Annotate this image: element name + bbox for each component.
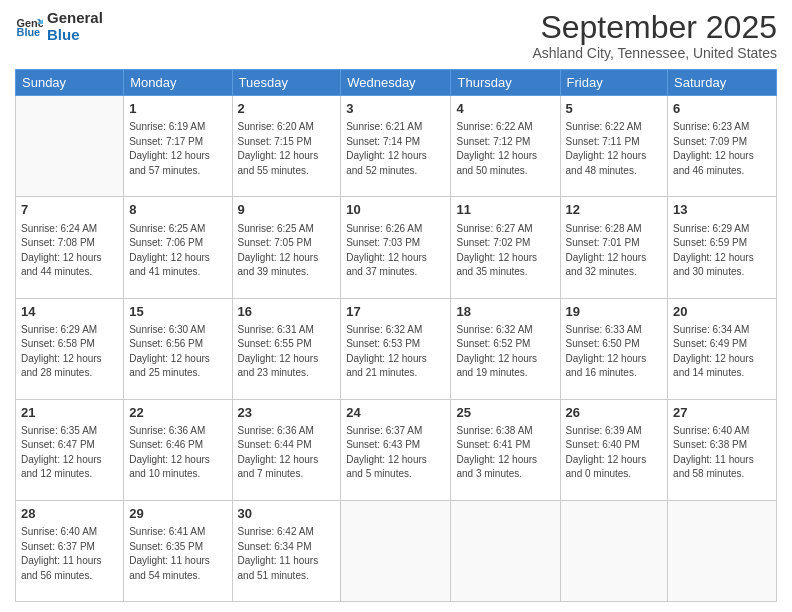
- page-container: General Blue General Blue September 2025…: [0, 0, 792, 612]
- day-info: Sunrise: 6:28 AM Sunset: 7:01 PM Dayligh…: [566, 222, 663, 280]
- day-number: 30: [238, 505, 336, 523]
- day-info: Sunrise: 6:34 AM Sunset: 6:49 PM Dayligh…: [673, 323, 771, 381]
- day-number: 8: [129, 201, 226, 219]
- calendar-cell: 15Sunrise: 6:30 AM Sunset: 6:56 PM Dayli…: [124, 298, 232, 399]
- calendar-cell: 7Sunrise: 6:24 AM Sunset: 7:08 PM Daylig…: [16, 197, 124, 298]
- day-info: Sunrise: 6:21 AM Sunset: 7:14 PM Dayligh…: [346, 120, 445, 178]
- day-info: Sunrise: 6:20 AM Sunset: 7:15 PM Dayligh…: [238, 120, 336, 178]
- calendar-table: SundayMondayTuesdayWednesdayThursdayFrid…: [15, 69, 777, 602]
- weekday-header-monday: Monday: [124, 70, 232, 96]
- day-number: 20: [673, 303, 771, 321]
- day-number: 18: [456, 303, 554, 321]
- day-number: 28: [21, 505, 118, 523]
- day-info: Sunrise: 6:22 AM Sunset: 7:12 PM Dayligh…: [456, 120, 554, 178]
- day-number: 12: [566, 201, 663, 219]
- calendar-cell: 25Sunrise: 6:38 AM Sunset: 6:41 PM Dayli…: [451, 399, 560, 500]
- day-info: Sunrise: 6:31 AM Sunset: 6:55 PM Dayligh…: [238, 323, 336, 381]
- day-info: Sunrise: 6:23 AM Sunset: 7:09 PM Dayligh…: [673, 120, 771, 178]
- day-info: Sunrise: 6:25 AM Sunset: 7:05 PM Dayligh…: [238, 222, 336, 280]
- day-number: 23: [238, 404, 336, 422]
- day-number: 27: [673, 404, 771, 422]
- day-number: 15: [129, 303, 226, 321]
- logo-blue: Blue: [47, 27, 103, 44]
- calendar-cell: [668, 500, 777, 601]
- day-number: 22: [129, 404, 226, 422]
- day-info: Sunrise: 6:32 AM Sunset: 6:53 PM Dayligh…: [346, 323, 445, 381]
- day-number: 19: [566, 303, 663, 321]
- logo-general: General: [47, 10, 103, 27]
- calendar-cell: 30Sunrise: 6:42 AM Sunset: 6:34 PM Dayli…: [232, 500, 341, 601]
- day-number: 10: [346, 201, 445, 219]
- day-number: 5: [566, 100, 663, 118]
- day-info: Sunrise: 6:24 AM Sunset: 7:08 PM Dayligh…: [21, 222, 118, 280]
- weekday-header-sunday: Sunday: [16, 70, 124, 96]
- calendar-cell: [16, 96, 124, 197]
- day-info: Sunrise: 6:32 AM Sunset: 6:52 PM Dayligh…: [456, 323, 554, 381]
- day-info: Sunrise: 6:36 AM Sunset: 6:44 PM Dayligh…: [238, 424, 336, 482]
- calendar-cell: 16Sunrise: 6:31 AM Sunset: 6:55 PM Dayli…: [232, 298, 341, 399]
- day-number: 1: [129, 100, 226, 118]
- day-info: Sunrise: 6:40 AM Sunset: 6:38 PM Dayligh…: [673, 424, 771, 482]
- calendar-cell: 8Sunrise: 6:25 AM Sunset: 7:06 PM Daylig…: [124, 197, 232, 298]
- day-info: Sunrise: 6:30 AM Sunset: 6:56 PM Dayligh…: [129, 323, 226, 381]
- calendar-cell: [560, 500, 668, 601]
- calendar-week-row: 14Sunrise: 6:29 AM Sunset: 6:58 PM Dayli…: [16, 298, 777, 399]
- day-info: Sunrise: 6:19 AM Sunset: 7:17 PM Dayligh…: [129, 120, 226, 178]
- calendar-cell: 6Sunrise: 6:23 AM Sunset: 7:09 PM Daylig…: [668, 96, 777, 197]
- day-info: Sunrise: 6:27 AM Sunset: 7:02 PM Dayligh…: [456, 222, 554, 280]
- day-info: Sunrise: 6:22 AM Sunset: 7:11 PM Dayligh…: [566, 120, 663, 178]
- day-number: 29: [129, 505, 226, 523]
- calendar-header-row: SundayMondayTuesdayWednesdayThursdayFrid…: [16, 70, 777, 96]
- weekday-header-thursday: Thursday: [451, 70, 560, 96]
- weekday-header-tuesday: Tuesday: [232, 70, 341, 96]
- day-number: 7: [21, 201, 118, 219]
- day-info: Sunrise: 6:29 AM Sunset: 6:58 PM Dayligh…: [21, 323, 118, 381]
- page-header: General Blue General Blue September 2025…: [15, 10, 777, 61]
- weekday-header-saturday: Saturday: [668, 70, 777, 96]
- logo: General Blue General Blue: [15, 10, 103, 43]
- calendar-cell: 22Sunrise: 6:36 AM Sunset: 6:46 PM Dayli…: [124, 399, 232, 500]
- day-info: Sunrise: 6:25 AM Sunset: 7:06 PM Dayligh…: [129, 222, 226, 280]
- calendar-week-row: 7Sunrise: 6:24 AM Sunset: 7:08 PM Daylig…: [16, 197, 777, 298]
- day-info: Sunrise: 6:35 AM Sunset: 6:47 PM Dayligh…: [21, 424, 118, 482]
- calendar-cell: 12Sunrise: 6:28 AM Sunset: 7:01 PM Dayli…: [560, 197, 668, 298]
- calendar-week-row: 21Sunrise: 6:35 AM Sunset: 6:47 PM Dayli…: [16, 399, 777, 500]
- calendar-cell: 2Sunrise: 6:20 AM Sunset: 7:15 PM Daylig…: [232, 96, 341, 197]
- day-number: 14: [21, 303, 118, 321]
- day-info: Sunrise: 6:40 AM Sunset: 6:37 PM Dayligh…: [21, 525, 118, 583]
- calendar-cell: 17Sunrise: 6:32 AM Sunset: 6:53 PM Dayli…: [341, 298, 451, 399]
- calendar-cell: 10Sunrise: 6:26 AM Sunset: 7:03 PM Dayli…: [341, 197, 451, 298]
- calendar-cell: 9Sunrise: 6:25 AM Sunset: 7:05 PM Daylig…: [232, 197, 341, 298]
- calendar-cell: [341, 500, 451, 601]
- calendar-cell: 5Sunrise: 6:22 AM Sunset: 7:11 PM Daylig…: [560, 96, 668, 197]
- calendar-cell: 1Sunrise: 6:19 AM Sunset: 7:17 PM Daylig…: [124, 96, 232, 197]
- day-number: 6: [673, 100, 771, 118]
- calendar-cell: 19Sunrise: 6:33 AM Sunset: 6:50 PM Dayli…: [560, 298, 668, 399]
- weekday-header-wednesday: Wednesday: [341, 70, 451, 96]
- day-number: 11: [456, 201, 554, 219]
- calendar-cell: 18Sunrise: 6:32 AM Sunset: 6:52 PM Dayli…: [451, 298, 560, 399]
- logo-icon: General Blue: [15, 13, 43, 41]
- calendar-week-row: 1Sunrise: 6:19 AM Sunset: 7:17 PM Daylig…: [16, 96, 777, 197]
- weekday-header-friday: Friday: [560, 70, 668, 96]
- day-info: Sunrise: 6:26 AM Sunset: 7:03 PM Dayligh…: [346, 222, 445, 280]
- day-info: Sunrise: 6:39 AM Sunset: 6:40 PM Dayligh…: [566, 424, 663, 482]
- calendar-week-row: 28Sunrise: 6:40 AM Sunset: 6:37 PM Dayli…: [16, 500, 777, 601]
- calendar-cell: 11Sunrise: 6:27 AM Sunset: 7:02 PM Dayli…: [451, 197, 560, 298]
- calendar-cell: 29Sunrise: 6:41 AM Sunset: 6:35 PM Dayli…: [124, 500, 232, 601]
- subtitle: Ashland City, Tennessee, United States: [532, 45, 777, 61]
- day-number: 25: [456, 404, 554, 422]
- title-block: September 2025 Ashland City, Tennessee, …: [532, 10, 777, 61]
- calendar-cell: 21Sunrise: 6:35 AM Sunset: 6:47 PM Dayli…: [16, 399, 124, 500]
- day-number: 26: [566, 404, 663, 422]
- calendar-cell: [451, 500, 560, 601]
- calendar-cell: 27Sunrise: 6:40 AM Sunset: 6:38 PM Dayli…: [668, 399, 777, 500]
- calendar-cell: 28Sunrise: 6:40 AM Sunset: 6:37 PM Dayli…: [16, 500, 124, 601]
- day-number: 4: [456, 100, 554, 118]
- day-number: 9: [238, 201, 336, 219]
- calendar-cell: 26Sunrise: 6:39 AM Sunset: 6:40 PM Dayli…: [560, 399, 668, 500]
- day-number: 21: [21, 404, 118, 422]
- day-number: 17: [346, 303, 445, 321]
- calendar-cell: 23Sunrise: 6:36 AM Sunset: 6:44 PM Dayli…: [232, 399, 341, 500]
- svg-text:Blue: Blue: [17, 26, 41, 38]
